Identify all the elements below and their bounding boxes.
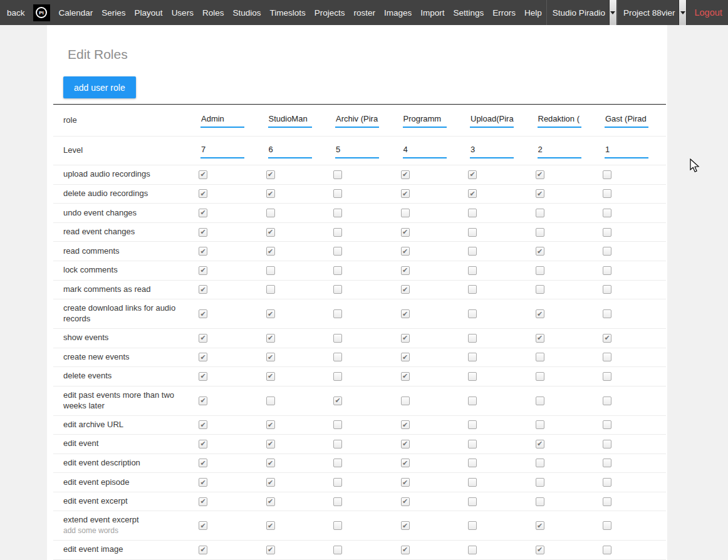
checkbox-create-download-links-for-audio-records-col5[interactable]	[468, 309, 477, 318]
checkbox-extend-event-excerpt-col5[interactable]	[468, 521, 477, 530]
checkbox-extend-event-excerpt-col2[interactable]	[266, 521, 275, 530]
level-input-1[interactable]	[200, 143, 244, 158]
checkbox-delete-audio-recordings-col1[interactable]	[199, 189, 207, 198]
checkbox-create-download-links-for-audio-records-col2[interactable]	[266, 309, 275, 318]
checkbox-create-download-links-for-audio-records-col4[interactable]	[401, 309, 410, 318]
checkbox-mark-comments-as-read-col7[interactable]	[603, 285, 611, 294]
checkbox-edit-event-description-col2[interactable]	[266, 459, 275, 467]
checkbox-undo-event-changes-col7[interactable]	[603, 209, 611, 217]
checkbox-edit-event-episode-col7[interactable]	[603, 478, 611, 487]
checkbox-edit-event-episode-col3[interactable]	[333, 478, 342, 487]
checkbox-lock-comments-col2[interactable]	[266, 266, 275, 275]
checkbox-edit-event-image-col6[interactable]	[536, 546, 544, 554]
checkbox-edit-past-events-more-than-two-weeks-later-col3[interactable]	[333, 397, 342, 405]
checkbox-edit-event-description-col6[interactable]	[536, 459, 544, 467]
checkbox-mark-comments-as-read-col2[interactable]	[266, 285, 275, 294]
checkbox-edit-event-excerpt-col1[interactable]	[199, 497, 207, 506]
checkbox-read-event-changes-col2[interactable]	[266, 228, 275, 237]
checkbox-create-download-links-for-audio-records-col7[interactable]	[603, 309, 611, 318]
checkbox-lock-comments-col6[interactable]	[536, 266, 544, 275]
checkbox-delete-events-col6[interactable]	[536, 372, 544, 381]
checkbox-extend-event-excerpt-col3[interactable]	[333, 521, 342, 530]
chevron-down-icon[interactable]	[679, 0, 687, 25]
checkbox-delete-events-col3[interactable]	[333, 372, 342, 381]
nav-item-playout[interactable]: Playout	[130, 0, 167, 25]
checkbox-edit-event-image-col1[interactable]	[199, 546, 207, 554]
checkbox-edit-archive-url-col7[interactable]	[603, 420, 611, 429]
checkbox-edit-event-description-col3[interactable]	[333, 459, 342, 467]
checkbox-read-event-changes-col7[interactable]	[603, 228, 611, 237]
role-name-input-4[interactable]	[403, 113, 447, 128]
checkbox-create-new-events-col6[interactable]	[536, 353, 544, 361]
checkbox-lock-comments-col5[interactable]	[468, 266, 477, 275]
checkbox-read-comments-col6[interactable]	[536, 247, 544, 256]
role-name-input-7[interactable]	[605, 113, 648, 128]
checkbox-create-download-links-for-audio-records-col3[interactable]	[333, 309, 342, 318]
checkbox-read-comments-col7[interactable]	[603, 247, 611, 256]
checkbox-delete-events-col4[interactable]	[401, 372, 410, 381]
level-input-7[interactable]	[605, 143, 648, 158]
checkbox-edit-event-excerpt-col4[interactable]	[401, 497, 410, 506]
checkbox-show-events-col5[interactable]	[468, 334, 477, 343]
level-input-2[interactable]	[268, 143, 312, 158]
checkbox-delete-events-col5[interactable]	[468, 372, 477, 381]
checkbox-create-download-links-for-audio-records-col1[interactable]	[199, 309, 207, 318]
checkbox-delete-events-col1[interactable]	[199, 372, 207, 381]
checkbox-edit-archive-url-col5[interactable]	[468, 420, 477, 429]
checkbox-edit-past-events-more-than-two-weeks-later-col7[interactable]	[603, 397, 611, 405]
checkbox-edit-event-col5[interactable]	[468, 440, 477, 449]
checkbox-undo-event-changes-col4[interactable]	[401, 209, 410, 217]
checkbox-upload-audio-recordings-col4[interactable]	[401, 170, 410, 179]
checkbox-edit-event-col4[interactable]	[401, 440, 410, 449]
level-input-3[interactable]	[335, 143, 379, 158]
checkbox-edit-event-image-col3[interactable]	[333, 546, 342, 554]
nav-item-errors[interactable]: Errors	[488, 0, 520, 25]
checkbox-upload-audio-recordings-col3[interactable]	[333, 170, 342, 179]
checkbox-create-new-events-col2[interactable]	[266, 353, 275, 361]
checkbox-show-events-col2[interactable]	[266, 334, 275, 343]
checkbox-undo-event-changes-col1[interactable]	[199, 209, 207, 217]
checkbox-edit-event-excerpt-col7[interactable]	[603, 497, 611, 506]
checkbox-edit-archive-url-col2[interactable]	[266, 420, 275, 429]
checkbox-mark-comments-as-read-col6[interactable]	[536, 285, 544, 294]
checkbox-undo-event-changes-col5[interactable]	[468, 209, 477, 217]
checkbox-upload-audio-recordings-col5[interactable]	[468, 170, 477, 179]
checkbox-read-event-changes-col3[interactable]	[333, 228, 342, 237]
checkbox-read-comments-col1[interactable]	[199, 247, 207, 256]
checkbox-read-event-changes-col4[interactable]	[401, 228, 410, 237]
checkbox-read-event-changes-col5[interactable]	[468, 228, 477, 237]
checkbox-read-event-changes-col6[interactable]	[536, 228, 544, 237]
nav-item-timeslots[interactable]: Timeslots	[265, 0, 309, 25]
checkbox-show-events-col3[interactable]	[333, 334, 342, 343]
checkbox-lock-comments-col1[interactable]	[199, 266, 207, 275]
checkbox-delete-audio-recordings-col7[interactable]	[603, 189, 611, 198]
checkbox-create-new-events-col1[interactable]	[199, 353, 207, 361]
checkbox-create-download-links-for-audio-records-col6[interactable]	[536, 309, 544, 318]
checkbox-edit-event-description-col4[interactable]	[401, 459, 410, 467]
checkbox-edit-archive-url-col6[interactable]	[536, 420, 544, 429]
checkbox-edit-event-excerpt-col2[interactable]	[266, 497, 275, 506]
checkbox-lock-comments-col7[interactable]	[603, 266, 611, 275]
role-name-input-2[interactable]	[268, 113, 312, 128]
checkbox-edit-past-events-more-than-two-weeks-later-col6[interactable]	[536, 397, 544, 405]
checkbox-edit-event-image-col5[interactable]	[468, 546, 477, 554]
checkbox-delete-audio-recordings-col3[interactable]	[333, 189, 342, 198]
checkbox-read-comments-col4[interactable]	[401, 247, 410, 256]
level-input-4[interactable]	[403, 143, 447, 158]
nav-item-series[interactable]: Series	[97, 0, 130, 25]
nav-item-settings[interactable]: Settings	[449, 0, 489, 25]
checkbox-edit-event-episode-col4[interactable]	[401, 478, 410, 487]
checkbox-edit-event-col6[interactable]	[536, 440, 544, 449]
checkbox-mark-comments-as-read-col1[interactable]	[199, 285, 207, 294]
checkbox-show-events-col6[interactable]	[536, 334, 544, 343]
nav-item-images[interactable]: Images	[380, 0, 416, 25]
checkbox-create-new-events-col3[interactable]	[333, 353, 342, 361]
role-name-input-5[interactable]	[470, 113, 514, 128]
role-name-input-3[interactable]	[335, 113, 379, 128]
checkbox-edit-event-episode-col6[interactable]	[536, 478, 544, 487]
level-input-6[interactable]	[538, 143, 581, 158]
checkbox-edit-past-events-more-than-two-weeks-later-col1[interactable]	[199, 397, 207, 405]
nav-item-help[interactable]: Help	[520, 0, 546, 25]
checkbox-edit-past-events-more-than-two-weeks-later-col2[interactable]	[266, 397, 275, 405]
checkbox-extend-event-excerpt-col4[interactable]	[401, 521, 410, 530]
